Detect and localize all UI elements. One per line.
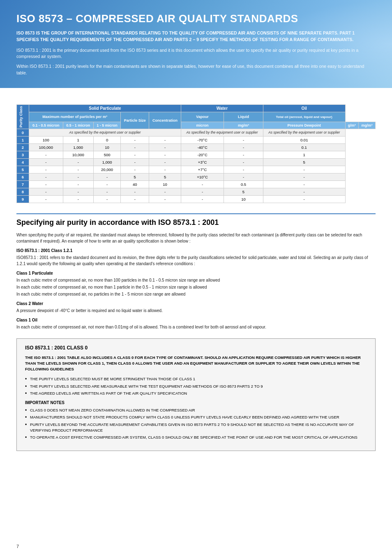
table-cell: -: [224, 173, 263, 180]
as-specified-solid: As specified by the equipment user or su…: [29, 129, 181, 136]
table-cell: -: [63, 180, 93, 188]
class-number: 3: [17, 151, 29, 158]
table-cell: +3°C: [181, 158, 224, 166]
table-row: 5--20,000--+7°C--: [17, 166, 376, 173]
table-cell: -: [121, 158, 149, 166]
table-cell: -: [63, 166, 93, 173]
solid-particulate-header: Solid Particulate: [29, 104, 181, 112]
class0-title: ISO 8573.1 : 2001 CLASS 0: [25, 345, 367, 351]
class-number: 7: [17, 180, 29, 188]
range3-header: 1 - 5 micron: [93, 122, 120, 129]
page-title: ISO 8573 – COMPRESSED AIR QUALITY STANDA…: [16, 12, 376, 25]
micron-header: micron: [181, 122, 224, 129]
class0-intro: THE ISO 8573.1 : 2001 TABLE ALSO INCLUDE…: [25, 355, 367, 372]
class1-line: In each cubic metre of compressed air, n…: [16, 291, 376, 297]
table-cell: 10: [224, 195, 263, 203]
table-cell: -: [63, 158, 93, 166]
class-number: 5: [17, 166, 29, 173]
oil-header: Oil: [263, 104, 345, 112]
table-cell: -: [149, 158, 181, 166]
important-bullets: CLASS 0 DOES NOT MEAN ZERO CONTAMINATION…: [25, 407, 367, 440]
table-row: 7---4010-0.5-: [17, 180, 376, 188]
max-particles-header: Maximum number of particles per m³: [29, 112, 121, 122]
table-cell: 1: [63, 136, 93, 143]
class1oil-text: In each cubic metre of compressed air, n…: [16, 324, 376, 330]
class0-bullet: THE PURITY LEVELS SELECTED MUST BE MORE …: [25, 376, 367, 382]
page-number: 7: [16, 544, 19, 549]
class1-line: In each cubic metre of compressed air, n…: [16, 284, 376, 290]
table-cell: -: [263, 173, 345, 180]
table-cell: 5: [263, 158, 345, 166]
purity-class-label: Purity Class: [19, 106, 23, 127]
table-row: 0As specified by the equipment user or s…: [17, 129, 376, 136]
table-cell: 1: [263, 151, 345, 158]
table-cell: -: [29, 173, 63, 180]
table-cell: 5: [149, 173, 181, 180]
standards-table: Purity Class Solid Particulate Water Oil…: [16, 104, 376, 203]
page: ISO 8573 – COMPRESSED AIR QUALITY STANDA…: [0, 0, 392, 555]
table-cell: -: [181, 188, 224, 195]
class0-bullet: THE AGREED LEVELS ARE WRITTEN AS PART OF…: [25, 391, 367, 396]
table-cell: -: [149, 166, 181, 173]
vapour-header: Vapour: [181, 112, 224, 122]
table-cell: -: [63, 195, 93, 203]
class-number: 0: [17, 129, 29, 136]
table-cell: 5: [121, 173, 149, 180]
class-number: 2: [17, 143, 29, 151]
table-cell: -: [93, 180, 120, 188]
table-cell: -: [263, 188, 345, 195]
table-cell: 10: [149, 180, 181, 188]
table-row: 2100,0001,00010---40°C-0.1: [17, 143, 376, 151]
table-cell: +7°C: [181, 166, 224, 173]
table-cell: 100: [29, 136, 63, 143]
table-cell: -: [263, 195, 345, 203]
table-cell: -20°C: [181, 151, 224, 158]
table-cell: -: [121, 151, 149, 158]
table-cell: -40°C: [181, 143, 224, 151]
table-cell: -: [149, 151, 181, 158]
table-cell: -: [149, 136, 181, 143]
class2-heading: Class 2 Water: [16, 301, 376, 306]
concentration-header: Concentration: [149, 112, 181, 129]
table-row: 110010---70°C-0.01: [17, 136, 376, 143]
class-number: 1: [17, 136, 29, 143]
table-cell: -: [29, 188, 63, 195]
class0-bullet: THE PURITY LEVELS SELECTED ARE MEASURABL…: [25, 384, 367, 389]
table-cell: -: [93, 173, 120, 180]
water-header: Water: [181, 104, 263, 112]
table-cell: -: [29, 151, 63, 158]
table-cell: -: [149, 195, 181, 203]
table-cell: 40: [121, 180, 149, 188]
class-number: 6: [17, 173, 29, 180]
table-cell: 1,000: [63, 143, 93, 151]
table-cell: -: [29, 166, 63, 173]
specifying-intro: When specifying the purity of air requir…: [16, 232, 376, 244]
table-cell: -: [224, 143, 263, 151]
as-specified-water: As specified by the equipment user or su…: [181, 129, 263, 136]
table-cell: -: [121, 166, 149, 173]
mg-m3-oil-header: mg/m³: [358, 122, 375, 129]
g-m3-header: g/m³: [345, 122, 358, 129]
table-cell: -: [121, 136, 149, 143]
table-cell: -: [224, 158, 263, 166]
table-cell: -: [29, 158, 63, 166]
table-cell: 100,000: [29, 143, 63, 151]
pressure-dewpoint-header: Pressure Dewpoint: [263, 122, 345, 129]
total-oil-header: Total oil (aerosol, liquid and vapour): [263, 112, 345, 122]
range1-header: 0.1 - 0.5 micron: [29, 122, 63, 129]
important-notes-heading: IMPORTANT NOTES: [25, 400, 367, 405]
table-cell: 0: [93, 136, 120, 143]
particle-size-header: Particle Size: [121, 112, 149, 129]
table-cell: 10,000: [63, 151, 93, 158]
table-cell: -: [29, 195, 63, 203]
as-specified-oil: As specified by the equipment user or su…: [263, 129, 345, 136]
purity-class-header: Purity Class: [17, 104, 29, 129]
table-cell: -: [121, 188, 149, 195]
class1-line: In each cubic metre of compressed air, n…: [16, 277, 376, 283]
table-cell: 5: [224, 188, 263, 195]
specifying-section: Specifying air purity in accordance with…: [16, 213, 376, 330]
class1-heading: Class 1 Particulate: [16, 271, 376, 275]
table-cell: -: [121, 195, 149, 203]
header-subtitle-1: ISO 8573.1 : 2001 is the primary documen…: [16, 47, 376, 60]
important-bullet: MANUFACTURERS SHOULD NOT STATE PRODUCTS …: [25, 414, 367, 420]
